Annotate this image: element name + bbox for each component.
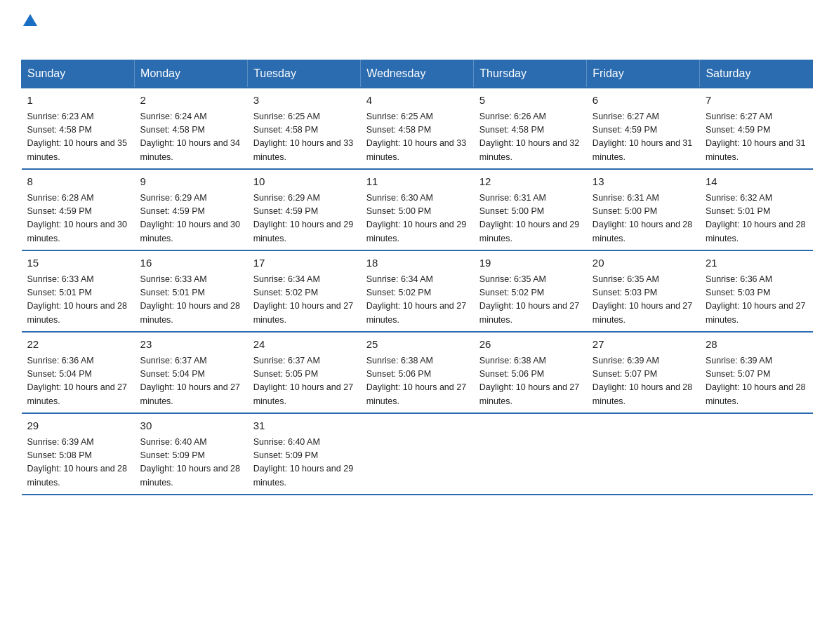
header-col-sunday: Sunday [22, 60, 135, 88]
calendar-cell: 4Sunrise: 6:25 AMSunset: 4:58 PMDaylight… [361, 88, 474, 169]
day-info: Sunrise: 6:30 AMSunset: 5:00 PMDaylight:… [366, 192, 468, 246]
day-info: Sunrise: 6:39 AMSunset: 5:07 PMDaylight:… [593, 354, 694, 409]
calendar-cell: 18Sunrise: 6:34 AMSunset: 5:02 PMDayligh… [361, 250, 474, 332]
header-col-saturday: Saturday [700, 60, 813, 88]
day-info: Sunrise: 6:33 AMSunset: 5:01 PMDaylight:… [27, 273, 129, 328]
day-info: Sunrise: 6:26 AMSunset: 4:58 PMDaylight:… [479, 110, 581, 165]
day-info: Sunrise: 6:23 AMSunset: 4:58 PMDaylight:… [27, 110, 129, 165]
day-number: 30 [140, 418, 242, 434]
calendar-cell: 9Sunrise: 6:29 AMSunset: 4:59 PMDaylight… [135, 169, 248, 250]
header-col-monday: Monday [135, 60, 248, 88]
day-info: Sunrise: 6:37 AMSunset: 5:04 PMDaylight:… [140, 354, 242, 409]
calendar-cell [587, 413, 700, 495]
calendar-cell: 1Sunrise: 6:23 AMSunset: 4:58 PMDaylight… [22, 88, 135, 169]
calendar-cell: 27Sunrise: 6:39 AMSunset: 5:07 PMDayligh… [587, 332, 700, 413]
calendar-cell: 20Sunrise: 6:35 AMSunset: 5:03 PMDayligh… [587, 250, 700, 332]
day-info: Sunrise: 6:39 AMSunset: 5:07 PMDaylight:… [706, 354, 807, 409]
calendar-cell: 30Sunrise: 6:40 AMSunset: 5:09 PMDayligh… [135, 413, 248, 495]
day-info: Sunrise: 6:38 AMSunset: 5:06 PMDaylight:… [366, 354, 468, 409]
day-number: 15 [27, 255, 129, 271]
calendar-cell: 23Sunrise: 6:37 AMSunset: 5:04 PMDayligh… [135, 332, 248, 413]
day-number: 20 [593, 255, 694, 271]
calendar-cell: 12Sunrise: 6:31 AMSunset: 5:00 PMDayligh… [474, 169, 587, 250]
calendar-table: SundayMondayTuesdayWednesdayThursdayFrid… [21, 60, 813, 495]
day-info: Sunrise: 6:34 AMSunset: 5:02 PMDaylight:… [253, 273, 355, 328]
calendar-body: 1Sunrise: 6:23 AMSunset: 4:58 PMDaylight… [22, 88, 814, 495]
logo [21, 14, 37, 47]
calendar-cell: 26Sunrise: 6:38 AMSunset: 5:06 PMDayligh… [474, 332, 587, 413]
calendar-week-row: 1Sunrise: 6:23 AMSunset: 4:58 PMDaylight… [22, 88, 814, 169]
day-number: 17 [253, 255, 355, 271]
day-number: 10 [253, 174, 355, 190]
day-number: 23 [140, 337, 242, 353]
calendar-cell: 8Sunrise: 6:28 AMSunset: 4:59 PMDaylight… [22, 169, 135, 250]
day-number: 4 [366, 93, 468, 109]
day-info: Sunrise: 6:39 AMSunset: 5:08 PMDaylight:… [27, 436, 129, 490]
header-row: SundayMondayTuesdayWednesdayThursdayFrid… [22, 60, 814, 88]
header-col-thursday: Thursday [474, 60, 587, 88]
calendar-week-row: 22Sunrise: 6:36 AMSunset: 5:04 PMDayligh… [22, 332, 814, 413]
calendar-cell: 29Sunrise: 6:39 AMSunset: 5:08 PMDayligh… [22, 413, 135, 495]
day-info: Sunrise: 6:32 AMSunset: 5:01 PMDaylight:… [706, 192, 807, 246]
day-info: Sunrise: 6:31 AMSunset: 5:00 PMDaylight:… [593, 192, 694, 246]
calendar-week-row: 29Sunrise: 6:39 AMSunset: 5:08 PMDayligh… [22, 413, 814, 495]
day-number: 14 [706, 174, 807, 190]
day-number: 31 [253, 418, 355, 434]
day-number: 25 [366, 337, 468, 353]
day-info: Sunrise: 6:38 AMSunset: 5:06 PMDaylight:… [479, 354, 581, 409]
calendar-cell: 13Sunrise: 6:31 AMSunset: 5:00 PMDayligh… [587, 169, 700, 250]
calendar-cell [474, 413, 587, 495]
day-number: 16 [140, 255, 242, 271]
header-col-wednesday: Wednesday [361, 60, 474, 88]
calendar-cell: 24Sunrise: 6:37 AMSunset: 5:05 PMDayligh… [248, 332, 361, 413]
day-info: Sunrise: 6:36 AMSunset: 5:03 PMDaylight:… [706, 273, 807, 328]
day-info: Sunrise: 6:29 AMSunset: 4:59 PMDaylight:… [140, 192, 242, 246]
day-info: Sunrise: 6:40 AMSunset: 5:09 PMDaylight:… [140, 436, 242, 490]
day-number: 6 [593, 93, 694, 109]
day-info: Sunrise: 6:37 AMSunset: 5:05 PMDaylight:… [253, 354, 355, 409]
header-col-friday: Friday [587, 60, 700, 88]
calendar-cell: 15Sunrise: 6:33 AMSunset: 5:01 PMDayligh… [22, 250, 135, 332]
day-info: Sunrise: 6:29 AMSunset: 4:59 PMDaylight:… [253, 192, 355, 246]
day-number: 21 [706, 255, 807, 271]
day-info: Sunrise: 6:36 AMSunset: 5:04 PMDaylight:… [27, 354, 129, 409]
day-number: 9 [140, 174, 242, 190]
day-info: Sunrise: 6:25 AMSunset: 4:58 PMDaylight:… [366, 110, 468, 165]
day-info: Sunrise: 6:31 AMSunset: 5:00 PMDaylight:… [479, 192, 581, 246]
day-number: 5 [479, 93, 581, 109]
day-number: 27 [593, 337, 694, 353]
day-number: 24 [253, 337, 355, 353]
day-number: 19 [479, 255, 581, 271]
page-header [21, 14, 813, 47]
day-info: Sunrise: 6:33 AMSunset: 5:01 PMDaylight:… [140, 273, 242, 328]
day-number: 28 [706, 337, 807, 353]
calendar-cell: 10Sunrise: 6:29 AMSunset: 4:59 PMDayligh… [248, 169, 361, 250]
calendar-cell: 16Sunrise: 6:33 AMSunset: 5:01 PMDayligh… [135, 250, 248, 332]
day-number: 8 [27, 174, 129, 190]
calendar-cell: 11Sunrise: 6:30 AMSunset: 5:00 PMDayligh… [361, 169, 474, 250]
day-info: Sunrise: 6:27 AMSunset: 4:59 PMDaylight:… [706, 110, 807, 165]
day-number: 3 [253, 93, 355, 109]
calendar-cell: 7Sunrise: 6:27 AMSunset: 4:59 PMDaylight… [700, 88, 813, 169]
day-info: Sunrise: 6:34 AMSunset: 5:02 PMDaylight:… [366, 273, 468, 328]
day-info: Sunrise: 6:35 AMSunset: 5:02 PMDaylight:… [479, 273, 581, 328]
day-number: 11 [366, 174, 468, 190]
day-number: 26 [479, 337, 581, 353]
calendar-cell: 22Sunrise: 6:36 AMSunset: 5:04 PMDayligh… [22, 332, 135, 413]
calendar-cell: 28Sunrise: 6:39 AMSunset: 5:07 PMDayligh… [700, 332, 813, 413]
calendar-cell: 17Sunrise: 6:34 AMSunset: 5:02 PMDayligh… [248, 250, 361, 332]
calendar-cell: 14Sunrise: 6:32 AMSunset: 5:01 PMDayligh… [700, 169, 813, 250]
day-number: 2 [140, 93, 242, 109]
calendar-cell: 5Sunrise: 6:26 AMSunset: 4:58 PMDaylight… [474, 88, 587, 169]
header-col-tuesday: Tuesday [248, 60, 361, 88]
day-info: Sunrise: 6:35 AMSunset: 5:03 PMDaylight:… [593, 273, 694, 328]
day-number: 29 [27, 418, 129, 434]
calendar-cell: 3Sunrise: 6:25 AMSunset: 4:58 PMDaylight… [248, 88, 361, 169]
day-info: Sunrise: 6:28 AMSunset: 4:59 PMDaylight:… [27, 192, 129, 246]
calendar-week-row: 8Sunrise: 6:28 AMSunset: 4:59 PMDaylight… [22, 169, 814, 250]
day-info: Sunrise: 6:25 AMSunset: 4:58 PMDaylight:… [253, 110, 355, 165]
day-info: Sunrise: 6:27 AMSunset: 4:59 PMDaylight:… [593, 110, 694, 165]
calendar-cell [361, 413, 474, 495]
calendar-cell: 31Sunrise: 6:40 AMSunset: 5:09 PMDayligh… [248, 413, 361, 495]
day-number: 18 [366, 255, 468, 271]
